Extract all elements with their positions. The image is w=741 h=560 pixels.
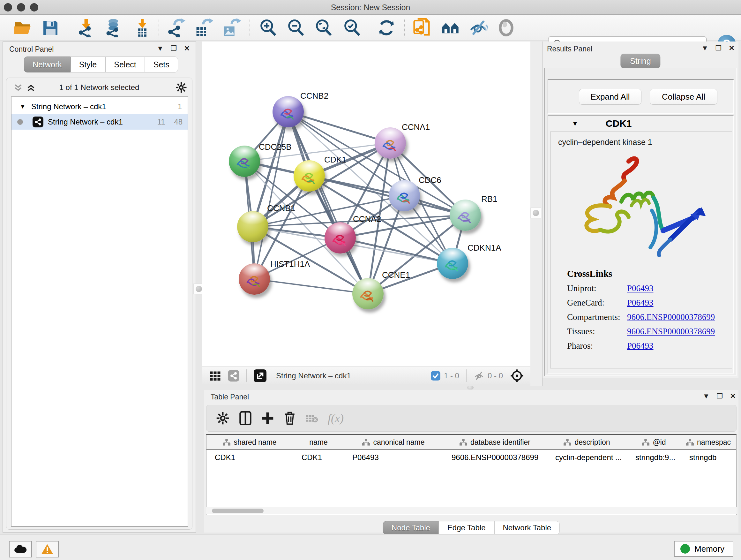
node-table[interactable]: shared namenamecanonical namedatabase id… [206, 434, 737, 515]
warnings-button[interactable] [36, 541, 59, 557]
tab-node-table[interactable]: Node Table [383, 521, 439, 535]
close-panel-icon[interactable]: ✕ [730, 393, 736, 400]
table-horizontal-scrollbar[interactable] [206, 507, 737, 514]
close-panel-icon[interactable]: ✕ [184, 45, 190, 52]
network-node-cdc25b[interactable] [229, 145, 260, 177]
zoom-out-button[interactable] [285, 17, 307, 39]
right-splitter[interactable] [530, 42, 542, 386]
collapse-gene-icon[interactable]: ▼ [572, 120, 578, 127]
column-header-description[interactable]: description [547, 435, 627, 449]
create-column-button[interactable] [261, 411, 274, 425]
tab-select[interactable]: Select [105, 57, 145, 72]
tab-network-table[interactable]: Network Table [494, 521, 560, 535]
table-cell[interactable]: stringdb [681, 453, 736, 462]
hide-selected-button[interactable] [468, 17, 489, 39]
column-header-@id[interactable]: @id [627, 435, 681, 449]
float-panel-icon[interactable]: ❒ [716, 45, 722, 52]
gene-section-header[interactable]: ▼ CDK1 [548, 116, 733, 132]
table-cell[interactable]: stringdb:9... [627, 453, 681, 462]
column-header-canonical-name[interactable]: canonical name [344, 435, 443, 449]
collapse-all-button[interactable]: Collapse All [650, 89, 718, 105]
tab-edge-table[interactable]: Edge Table [439, 521, 494, 535]
cloud-status-button[interactable] [9, 541, 32, 557]
network-edge[interactable] [254, 112, 288, 279]
network-node-cdk1[interactable] [293, 160, 325, 192]
crosslink-link[interactable]: P06493 [627, 284, 654, 294]
network-edge[interactable] [340, 238, 453, 263]
table-cell[interactable]: CDK1 [206, 453, 293, 462]
show-all-button[interactable] [495, 17, 517, 39]
zoom-in-button[interactable] [257, 17, 279, 39]
tab-style[interactable]: Style [71, 57, 106, 72]
ndex-import-button[interactable] [411, 17, 433, 39]
network-node-rb1[interactable] [450, 199, 481, 231]
table-cell[interactable]: P06493 [344, 453, 443, 462]
zoom-selected-button[interactable] [341, 17, 363, 39]
panel-menu-icon[interactable]: ▼ [701, 45, 709, 52]
horizontal-splitter-handle[interactable] [467, 386, 474, 389]
collection-expand-icon[interactable]: ▼ [20, 104, 25, 110]
results-tab-string[interactable]: String [620, 54, 660, 68]
network-view-canvas[interactable]: CCNB2CCNA1CDC25BCDK1CDC6RB1CCNB1CCNA2CDK… [202, 42, 530, 367]
network-node-ccne1[interactable] [352, 278, 384, 309]
tab-network[interactable]: Network [24, 57, 71, 72]
network-node-ccna1[interactable] [375, 127, 406, 159]
apply-layout-button[interactable] [376, 17, 397, 39]
network-node-cdc6[interactable] [389, 180, 420, 211]
table-cell[interactable]: 9606.ENSP00000378699 [443, 453, 547, 462]
detach-view-button[interactable] [254, 369, 266, 382]
left-splitter[interactable] [196, 42, 202, 367]
network-node-ccnb1[interactable] [237, 211, 268, 242]
memory-label: Memory [694, 544, 724, 554]
import-table-file-button[interactable] [131, 17, 153, 39]
open-session-from-ndex-button[interactable] [440, 17, 461, 39]
table-row[interactable]: CDK1CDK1P064939606.ENSP00000378699cyclin… [206, 450, 736, 465]
tab-sets[interactable]: Sets [145, 57, 178, 72]
network-edge[interactable] [254, 279, 368, 294]
panel-menu-icon[interactable]: ▼ [157, 45, 164, 52]
float-panel-icon[interactable]: ❒ [717, 393, 723, 400]
close-panel-icon[interactable]: ✕ [729, 45, 735, 52]
crosslink-link[interactable]: 9606.ENSP00000378699 [627, 327, 715, 336]
open-session-button[interactable] [11, 17, 33, 39]
show-grid-button[interactable] [209, 370, 221, 381]
network-node-hist1h1a[interactable] [239, 263, 270, 295]
hidden-elements-button[interactable] [474, 370, 484, 381]
column-header-database-identifier[interactable]: database identifier [443, 435, 547, 449]
show-network-button[interactable] [228, 370, 239, 381]
scrollbar-thumb[interactable] [212, 509, 264, 513]
network-node-ccnb2[interactable] [273, 96, 304, 127]
birds-eye-toggle-button[interactable] [510, 369, 524, 383]
import-network-database-button[interactable] [103, 17, 124, 39]
column-header-name[interactable]: name [293, 435, 344, 449]
table-cell[interactable]: CDK1 [293, 453, 344, 462]
network-row-selected[interactable]: String Network – cdk1 11 48 [11, 114, 188, 130]
export-table-button[interactable] [192, 17, 214, 39]
crosslink-label: Compartments: [567, 312, 627, 322]
column-header-namespac[interactable]: namespac [681, 435, 736, 449]
expand-all-button[interactable]: Expand All [579, 89, 642, 105]
crosslink-link[interactable]: 9606.ENSP00000378699 [627, 312, 715, 322]
zoom-fit-button[interactable] [313, 17, 334, 39]
panel-menu-icon[interactable]: ▼ [703, 393, 710, 400]
column-header-shared-name[interactable]: shared name [206, 435, 293, 449]
save-session-button[interactable] [40, 17, 61, 39]
export-image-button[interactable] [220, 17, 242, 39]
network-collection-row[interactable]: ▼ String Network – cdk1 1 [11, 99, 188, 114]
delete-column-button[interactable] [284, 411, 296, 425]
export-network-button[interactable] [165, 17, 187, 39]
network-options-gear-icon[interactable] [176, 82, 187, 93]
crosslink-link[interactable]: P06493 [627, 341, 654, 351]
right-splitter-handle[interactable] [530, 207, 541, 219]
network-node-ccna2[interactable] [325, 222, 356, 253]
import-network-file-button[interactable] [76, 17, 97, 39]
network-edge[interactable] [309, 176, 465, 215]
crosslink-link[interactable]: P06493 [627, 298, 654, 308]
show-columns-button[interactable] [239, 411, 252, 425]
float-panel-icon[interactable]: ❒ [171, 45, 177, 52]
table-options-button[interactable] [216, 412, 229, 425]
memory-button[interactable]: Memory [674, 541, 733, 557]
selected-nodes-checkbox[interactable] [430, 371, 441, 381]
table-cell[interactable]: cyclin-dependent ... [547, 453, 627, 462]
network-node-cdkn1a[interactable] [437, 248, 468, 279]
